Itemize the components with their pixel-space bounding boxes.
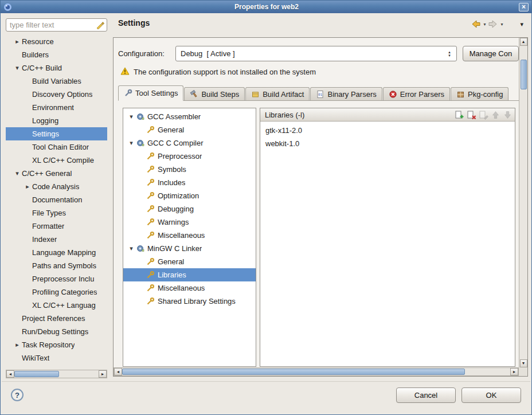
filter-input[interactable] <box>6 18 107 32</box>
content-vertical-scrollbar[interactable]: ▴ ▾ <box>519 38 527 367</box>
scroll-right-icon[interactable]: ▸ <box>510 368 518 375</box>
configuration-label: Configuration: <box>118 49 175 58</box>
content-horizontal-scrollbar[interactable]: ◂ ▸ <box>114 367 519 376</box>
add-library-icon[interactable] <box>455 110 464 120</box>
close-button[interactable]: × <box>519 3 529 11</box>
clear-filter-icon[interactable] <box>96 20 105 29</box>
tree-item[interactable]: Profiling Categories <box>6 285 107 299</box>
tree-item[interactable]: Documentation <box>6 193 107 206</box>
expand-arrow-icon[interactable] <box>13 341 22 349</box>
properties-dialog: Properties for web2 × Resource Builders … <box>0 0 532 415</box>
expand-arrow-icon[interactable] <box>127 113 136 120</box>
tree-item-label: Settings <box>32 130 59 138</box>
tool-tree-label: General <box>158 126 184 134</box>
help-button[interactable]: ? <box>11 389 24 401</box>
expand-arrow-icon[interactable] <box>23 183 32 190</box>
tab-build-steps[interactable]: Build Steps <box>184 87 245 100</box>
tool-tree-item[interactable]: Symbols <box>123 163 256 176</box>
tool-tree-item[interactable]: General <box>123 255 256 268</box>
expand-arrow-icon[interactable] <box>127 245 136 252</box>
tab-tool-settings[interactable]: Tool Settings <box>118 85 183 101</box>
tree-item[interactable]: XL C/C++ Languag <box>6 299 107 312</box>
tool-category-icon <box>146 271 155 279</box>
scrollbar-thumb[interactable] <box>14 371 59 377</box>
library-item[interactable]: webkit-1.0 <box>260 137 515 150</box>
tree-item[interactable]: C/C++ Build <box>6 61 107 75</box>
tree-item[interactable]: WikiText <box>6 351 107 365</box>
tool-tree-item[interactable]: Libraries <box>123 268 256 281</box>
tree-item[interactable]: Resource <box>6 35 107 48</box>
expand-arrow-icon[interactable] <box>13 170 22 177</box>
tool-tree-item[interactable]: Miscellaneous <box>123 281 256 295</box>
tool-tree-item[interactable]: Preprocessor <box>123 150 256 163</box>
tool-category-icon <box>146 178 155 187</box>
expand-arrow-icon[interactable] <box>13 38 22 45</box>
manage-configurations-button[interactable]: Manage Con <box>463 46 519 61</box>
tree-item-label: Language Mapping <box>32 248 96 257</box>
tree-item[interactable]: Logging <box>6 114 107 127</box>
tab-pkg-config[interactable]: Pkg-config <box>451 87 508 100</box>
tool-tree-item[interactable]: Debugging <box>123 202 256 216</box>
tool-category-icon <box>146 152 155 160</box>
tool-tree-label: Shared Library Settings <box>158 297 236 306</box>
tree-item[interactable]: Language Mapping <box>6 246 107 259</box>
tool-tree-label: Miscellaneous <box>158 231 205 240</box>
tree-item[interactable]: Paths and Symbols <box>6 259 107 272</box>
cancel-button[interactable]: Cancel <box>396 387 456 403</box>
tree-item-label: Environment <box>32 103 74 112</box>
scroll-left-icon[interactable]: ◂ <box>6 370 14 378</box>
scrollbar-thumb[interactable] <box>521 60 527 89</box>
forward-menu-icon: ▾ <box>500 22 503 27</box>
tree-item[interactable]: Preprocessor Inclu <box>6 272 107 285</box>
scroll-down-icon[interactable]: ▾ <box>520 359 527 367</box>
tree-item[interactable]: Tool Chain Editor <box>6 140 107 154</box>
view-menu-icon[interactable]: ▾ <box>520 21 523 28</box>
back-menu-icon[interactable]: ▾ <box>483 22 486 27</box>
combo-spinner-icon[interactable]: ▴▾ <box>445 50 456 57</box>
configuration-combo[interactable]: Debug [ Active ] ▴▾ <box>175 46 457 61</box>
tree-item[interactable]: Discovery Options <box>6 88 107 101</box>
tool-tree-item[interactable]: Optimization <box>123 189 256 202</box>
tree-item[interactable]: Indexer <box>6 233 107 246</box>
tab-binary-parsers[interactable]: 01 Binary Parsers <box>310 87 382 100</box>
build-steps-icon <box>190 90 198 99</box>
scroll-up-icon[interactable]: ▴ <box>520 38 527 46</box>
scroll-right-icon[interactable]: ▸ <box>99 370 107 378</box>
ok-button[interactable]: OK <box>461 387 521 403</box>
tool-tree-item[interactable]: GCC C Compiler <box>123 136 256 150</box>
tool-tree-item[interactable]: Warnings <box>123 216 256 229</box>
scroll-left-icon[interactable]: ◂ <box>114 368 122 375</box>
tree-item[interactable]: Code Analysis <box>6 180 107 193</box>
tree-item[interactable]: Environment <box>6 101 107 114</box>
tree-item[interactable]: XL C/C++ Compile <box>6 154 107 167</box>
tab-build-artifact[interactable]: Build Artifact <box>245 87 310 100</box>
tree-item[interactable]: C/C++ General <box>6 167 107 180</box>
titlebar[interactable]: Properties for web2 × <box>1 1 531 13</box>
tool-tree-item[interactable]: Shared Library Settings <box>123 295 256 308</box>
tab-error-parsers[interactable]: Error Parsers <box>383 87 450 100</box>
scrollbar-thumb[interactable] <box>122 369 465 375</box>
tree-item-label: Indexer <box>32 235 57 244</box>
sidebar-horizontal-scrollbar[interactable]: ◂ ▸ <box>6 370 107 378</box>
expand-arrow-icon[interactable] <box>127 139 136 147</box>
tree-item[interactable]: Formatter <box>6 220 107 233</box>
expand-arrow-icon[interactable] <box>13 64 22 72</box>
library-item[interactable]: gtk-x11-2.0 <box>260 124 515 137</box>
tree-item[interactable]: File Types <box>6 206 107 220</box>
tree-item[interactable]: Run/Debug Settings <box>6 325 107 338</box>
delete-library-icon[interactable] <box>467 110 476 120</box>
tree-item[interactable]: Build Variables <box>6 75 107 88</box>
tree-item[interactable]: Builders <box>6 48 107 61</box>
page-title: Settings <box>118 18 150 28</box>
tree-item[interactable]: Settings <box>6 127 107 140</box>
back-button[interactable] <box>471 19 481 29</box>
tool-tree-item[interactable]: GCC Assembler <box>123 110 256 123</box>
tree-item[interactable]: Task Repository <box>6 338 107 351</box>
tree-item-label: Profiling Categories <box>32 288 97 296</box>
properties-category-tree: Resource Builders C/C++ Build Build Vari… <box>6 35 107 366</box>
tool-tree-item[interactable]: Includes <box>123 176 256 189</box>
tool-tree-item[interactable]: Miscellaneous <box>123 229 256 242</box>
tool-tree-item[interactable]: MinGW C Linker <box>123 242 256 255</box>
tool-tree-item[interactable]: General <box>123 123 256 136</box>
tree-item[interactable]: Project References <box>6 312 107 325</box>
